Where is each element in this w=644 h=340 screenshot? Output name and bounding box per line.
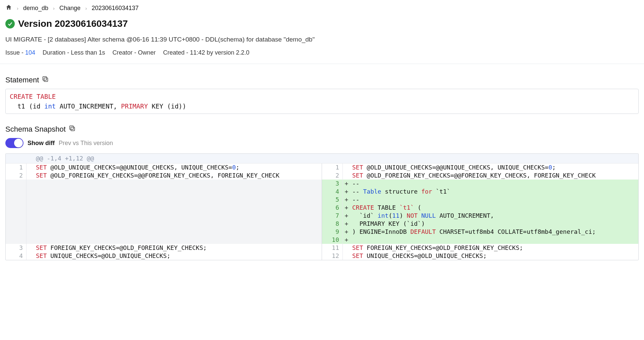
title-prefix: Version xyxy=(18,18,52,29)
svg-rect-0 xyxy=(44,78,48,81)
diff-line xyxy=(6,180,322,188)
diff-line: 2SET @OLD_FOREIGN_KEY_CHECKS=@@FOREIGN_K… xyxy=(6,172,322,180)
diff-line: 9+) ENGINE=InnoDB DEFAULT CHARSET=utf8mb… xyxy=(322,228,638,236)
diff-line xyxy=(6,220,322,228)
diff-viewer: @@ -1,4 +1,12 @@ 1SET @OLD_UNIQUE_CHECKS… xyxy=(5,153,639,260)
svg-rect-1 xyxy=(43,77,47,80)
statement-code: CREATE TABLE t1 (id int AUTO_INCREMENT, … xyxy=(5,89,639,114)
diff-line: 6+CREATE TABLE `t1` ( xyxy=(322,204,638,212)
page-subtitle: UI MIGRATE - [2 databases] Alter schema … xyxy=(5,36,639,43)
home-icon[interactable] xyxy=(5,4,12,12)
meta-created-label: Created - xyxy=(163,49,188,56)
meta-creator-label: Creator - xyxy=(112,49,136,56)
statement-header: Statement xyxy=(5,75,639,85)
chevron-right-icon: › xyxy=(85,5,87,11)
meta-creator-value: Owner xyxy=(138,49,156,56)
show-diff-sublabel: Prev vs This version xyxy=(59,140,113,147)
meta-duration-value: Less than 1s xyxy=(71,49,105,56)
show-diff-label: Show diff xyxy=(28,140,55,147)
diff-toggle-row: Show diff Prev vs This version xyxy=(5,138,639,148)
diff-line: 4SET UNIQUE_CHECKS=@OLD_UNIQUE_CHECKS; xyxy=(6,252,322,260)
show-diff-toggle[interactable] xyxy=(5,138,23,148)
meta-issue-label: Issue - xyxy=(5,49,23,56)
chevron-right-icon: › xyxy=(17,5,18,11)
diff-line: 11SET FOREIGN_KEY_CHECKS=@OLD_FOREIGN_KE… xyxy=(322,244,638,252)
title-version: 20230616034137 xyxy=(55,18,128,29)
diff-line: 1SET @OLD_UNIQUE_CHECKS=@@UNIQUE_CHECKS,… xyxy=(6,163,322,172)
diff-line: 5+-- xyxy=(322,196,638,204)
divider xyxy=(0,64,644,64)
diff-line xyxy=(6,204,322,212)
diff-line: 1SET @OLD_UNIQUE_CHECKS=@@UNIQUE_CHECKS,… xyxy=(322,163,638,172)
meta-duration: Duration - Less than 1s xyxy=(43,49,105,56)
diff-line: 7+ `id` int(11) NOT NULL AUTO_INCREMENT, xyxy=(322,212,638,220)
meta-row: Issue - 104 Duration - Less than 1s Crea… xyxy=(5,49,639,64)
meta-created-value: 11:42 by version 2.2.0 xyxy=(190,49,249,56)
diff-line xyxy=(6,212,322,220)
diff-line: 12SET UNIQUE_CHECKS=@OLD_UNIQUE_CHECKS; xyxy=(322,252,638,260)
diff-line: 10+ xyxy=(322,236,638,244)
page-title-row: Version 20230616034137 xyxy=(5,18,639,29)
meta-duration-label: Duration - xyxy=(43,49,69,56)
breadcrumb-item[interactable]: Change xyxy=(59,5,80,12)
snapshot-header: Schema Snapshot xyxy=(5,125,639,134)
diff-line: 3+-- xyxy=(322,180,638,188)
breadcrumb-item-current: 20230616034137 xyxy=(92,5,139,12)
diff-line: 8+ PRIMARY KEY (`id`) xyxy=(322,220,638,228)
meta-creator: Creator - Owner xyxy=(112,49,156,56)
meta-issue: Issue - 104 xyxy=(5,49,35,56)
diff-line xyxy=(6,188,322,196)
diff-line xyxy=(6,196,322,204)
statement-header-label: Statement xyxy=(5,76,39,84)
diff-line: 2SET @OLD_FOREIGN_KEY_CHECKS=@@FOREIGN_K… xyxy=(322,172,638,180)
diff-line xyxy=(6,236,322,244)
svg-rect-2 xyxy=(71,127,74,131)
diff-right-pane: 1SET @OLD_UNIQUE_CHECKS=@@UNIQUE_CHECKS,… xyxy=(322,163,638,260)
breadcrumb: › demo_db › Change › 20230616034137 xyxy=(5,4,639,12)
svg-rect-3 xyxy=(69,126,73,130)
chevron-right-icon: › xyxy=(53,5,55,11)
page-title: Version 20230616034137 xyxy=(18,18,128,29)
breadcrumb-item[interactable]: demo_db xyxy=(23,5,48,12)
copy-statement-icon[interactable] xyxy=(42,75,49,85)
issue-link[interactable]: 104 xyxy=(25,49,35,56)
diff-line: 4+-- Table structure for `t1` xyxy=(322,188,638,196)
status-success-icon xyxy=(5,19,15,28)
copy-snapshot-icon[interactable] xyxy=(68,125,76,134)
snapshot-header-label: Schema Snapshot xyxy=(5,125,66,134)
diff-line xyxy=(6,228,322,236)
diff-hunk-header: @@ -1,4 +1,12 @@ xyxy=(6,154,638,163)
diff-line: 3SET FOREIGN_KEY_CHECKS=@OLD_FOREIGN_KEY… xyxy=(6,244,322,252)
diff-left-pane: 1SET @OLD_UNIQUE_CHECKS=@@UNIQUE_CHECKS,… xyxy=(6,163,322,260)
meta-created: Created - 11:42 by version 2.2.0 xyxy=(163,49,249,56)
